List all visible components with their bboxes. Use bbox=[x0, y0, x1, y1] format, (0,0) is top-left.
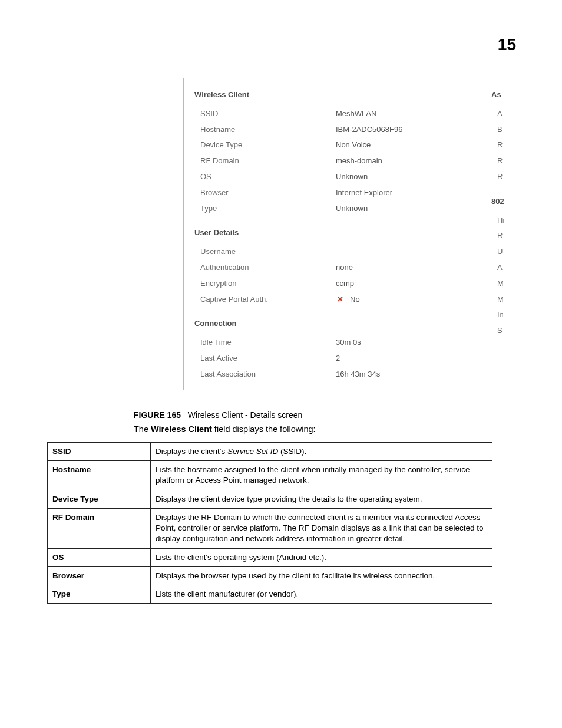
row-idle-time: Idle Time 30m 0s bbox=[194, 335, 477, 351]
row-username: Username bbox=[194, 244, 477, 260]
dot11-row: S bbox=[491, 323, 521, 339]
dot11-section: 802 Hi R U A M M In S bbox=[491, 196, 521, 339]
dot11-row: Hi bbox=[491, 213, 521, 229]
desc-key: Type bbox=[48, 585, 151, 603]
hostname-label: Hostname bbox=[200, 124, 336, 136]
captive-portal-text: No bbox=[350, 295, 360, 304]
page-number: 15 bbox=[498, 35, 516, 54]
desc-val: Lists the hostname assigned to the clien… bbox=[151, 461, 492, 490]
desc-key: OS bbox=[48, 548, 151, 566]
connection-legend: Connection bbox=[194, 318, 240, 330]
description-table: SSID Displays the client's Service Set I… bbox=[47, 442, 492, 604]
desc-val: Displays the client device type providin… bbox=[151, 490, 492, 508]
assoc-row: R bbox=[491, 153, 521, 169]
browser-value: Internet Explorer bbox=[336, 187, 477, 199]
row-ssid: SSID MeshWLAN bbox=[194, 106, 477, 122]
assoc-row: A bbox=[491, 106, 521, 122]
assoc-row-label: R bbox=[497, 171, 521, 183]
intro-post: field displays the following: bbox=[212, 424, 316, 434]
row-os: OS Unknown bbox=[194, 169, 477, 185]
desc-key: Browser bbox=[48, 566, 151, 585]
dot11-row-label: M bbox=[497, 278, 521, 290]
type-label: Type bbox=[200, 203, 336, 215]
dot11-row-label: U bbox=[497, 246, 521, 258]
table-row: OS Lists the client's operating system (… bbox=[48, 548, 492, 566]
connection-section: Connection Idle Time 30m 0s Last Active … bbox=[194, 318, 477, 382]
ssid-value: MeshWLAN bbox=[336, 108, 477, 120]
table-row: RF Domain Displays the RF Domain to whic… bbox=[48, 508, 492, 548]
dot11-row: M bbox=[491, 292, 521, 308]
desc-val: Displays the browser type used by the cl… bbox=[151, 566, 492, 585]
dot11-row-label: R bbox=[497, 230, 521, 242]
figure-title: Wireless Client - Details screen bbox=[188, 410, 303, 420]
desc-key: RF Domain bbox=[48, 508, 151, 548]
row-rf-domain: RF Domain mesh-domain bbox=[194, 153, 477, 169]
table-row: SSID Displays the client's Service Set I… bbox=[48, 443, 492, 461]
desc-val: Lists the client's operating system (And… bbox=[151, 548, 492, 566]
dot11-row-label: In bbox=[497, 309, 521, 321]
last-association-label: Last Association bbox=[200, 368, 336, 381]
dot11-row: A bbox=[491, 260, 521, 276]
captive-portal-label: Captive Portal Auth. bbox=[200, 294, 336, 306]
x-icon: ✕ bbox=[336, 294, 344, 306]
table-row: Type Lists the client manufacturer (or v… bbox=[48, 585, 492, 603]
desc-key: Hostname bbox=[48, 461, 151, 490]
table-row: Hostname Lists the hostname assigned to … bbox=[48, 461, 492, 490]
os-value: Unknown bbox=[336, 171, 477, 183]
last-association-value: 16h 43m 34s bbox=[336, 368, 477, 381]
authentication-value: none bbox=[336, 262, 477, 274]
captive-portal-value: ✕No bbox=[336, 294, 477, 306]
device-type-label: Device Type bbox=[200, 139, 336, 151]
encryption-label: Encryption bbox=[200, 278, 336, 290]
assoc-row: R bbox=[491, 169, 521, 185]
dot11-row-label: Hi bbox=[497, 215, 521, 227]
last-active-label: Last Active bbox=[200, 353, 336, 365]
row-type: Type Unknown bbox=[194, 201, 477, 217]
authentication-label: Authentication bbox=[200, 262, 336, 274]
wireless-client-legend: Wireless Client bbox=[194, 89, 253, 101]
desc-val: Displays the client's Service Set ID (SS… bbox=[151, 443, 492, 461]
figure-caption: FIGURE 165 Wireless Client - Details scr… bbox=[134, 403, 521, 420]
browser-label: Browser bbox=[200, 187, 336, 199]
device-type-value: Non Voice bbox=[336, 139, 477, 151]
row-last-association: Last Association 16h 43m 34s bbox=[194, 367, 477, 383]
wireless-client-details-panel: Wireless Client SSID MeshWLAN Hostname I… bbox=[183, 78, 521, 390]
username-label: Username bbox=[200, 246, 336, 258]
dot11-row-label: S bbox=[497, 325, 521, 337]
rf-domain-link[interactable]: mesh-domain bbox=[336, 155, 477, 167]
table-row: Device Type Displays the client device t… bbox=[48, 490, 492, 508]
intro-pre: The bbox=[134, 424, 151, 434]
idle-time-value: 30m 0s bbox=[336, 337, 477, 349]
user-details-legend: User Details bbox=[194, 227, 242, 239]
dot11-row: U bbox=[491, 244, 521, 260]
desc-key: SSID bbox=[48, 443, 151, 461]
intro-bold: Wireless Client bbox=[151, 424, 212, 434]
desc-val: Lists the client manufacturer (or vendor… bbox=[151, 585, 492, 603]
intro-text: The Wireless Client field displays the f… bbox=[134, 423, 521, 435]
hostname-value: IBM-2ADC5068F96 bbox=[336, 124, 477, 136]
last-active-value: 2 bbox=[336, 353, 477, 365]
desc-val-post: (SSID). bbox=[278, 447, 306, 456]
desc-key: Device Type bbox=[48, 490, 151, 508]
assoc-row-label: A bbox=[497, 108, 521, 120]
row-encryption: Encryption ccmp bbox=[194, 276, 477, 292]
screenshot-panel-clip: Wireless Client SSID MeshWLAN Hostname I… bbox=[183, 78, 521, 390]
row-last-active: Last Active 2 bbox=[194, 351, 477, 367]
row-device-type: Device Type Non Voice bbox=[194, 137, 477, 153]
os-label: OS bbox=[200, 171, 336, 183]
dot11-row: M bbox=[491, 276, 521, 292]
association-section: As A B R R R bbox=[491, 89, 521, 185]
row-captive-portal: Captive Portal Auth. ✕No bbox=[194, 292, 477, 308]
type-value: Unknown bbox=[336, 203, 477, 215]
assoc-row: R bbox=[491, 137, 521, 153]
desc-val: Displays the RF Domain to which the conn… bbox=[151, 508, 492, 548]
ssid-label: SSID bbox=[200, 108, 336, 120]
row-browser: Browser Internet Explorer bbox=[194, 185, 477, 201]
row-authentication: Authentication none bbox=[194, 260, 477, 276]
encryption-value: ccmp bbox=[336, 278, 477, 290]
association-legend: As bbox=[491, 89, 505, 101]
username-value bbox=[336, 246, 477, 258]
dot11-row-label: M bbox=[497, 294, 521, 306]
dot11-row: In bbox=[491, 307, 521, 323]
assoc-row-label: R bbox=[497, 155, 521, 167]
